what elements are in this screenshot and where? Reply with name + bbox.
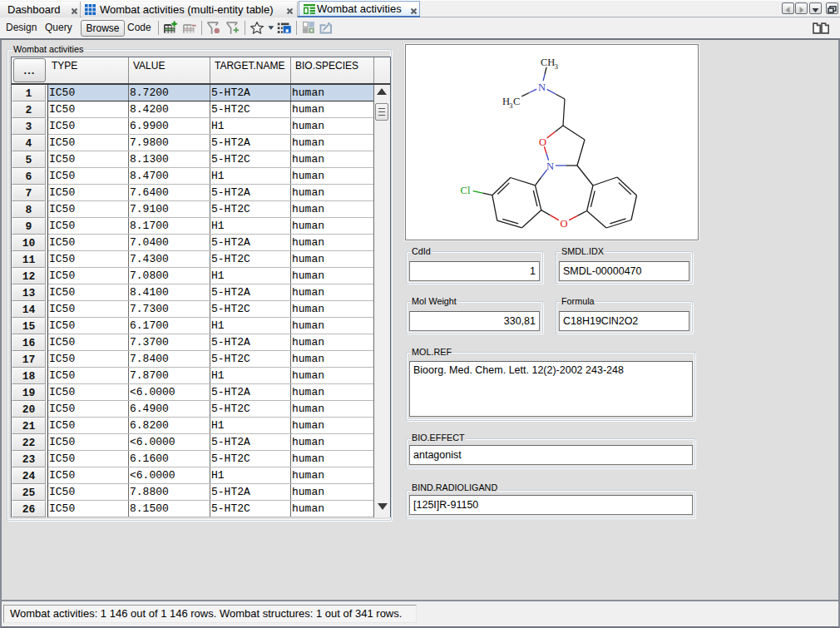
svg-text:CH: CH	[541, 57, 555, 68]
svg-text:N: N	[538, 82, 546, 93]
svg-text:Cl: Cl	[461, 185, 471, 196]
svg-text:C: C	[513, 96, 520, 107]
svg-text:N: N	[546, 161, 554, 172]
svg-text:O: O	[560, 218, 567, 230]
svg-text:O: O	[539, 136, 546, 148]
svg-text:3: 3	[555, 62, 559, 71]
